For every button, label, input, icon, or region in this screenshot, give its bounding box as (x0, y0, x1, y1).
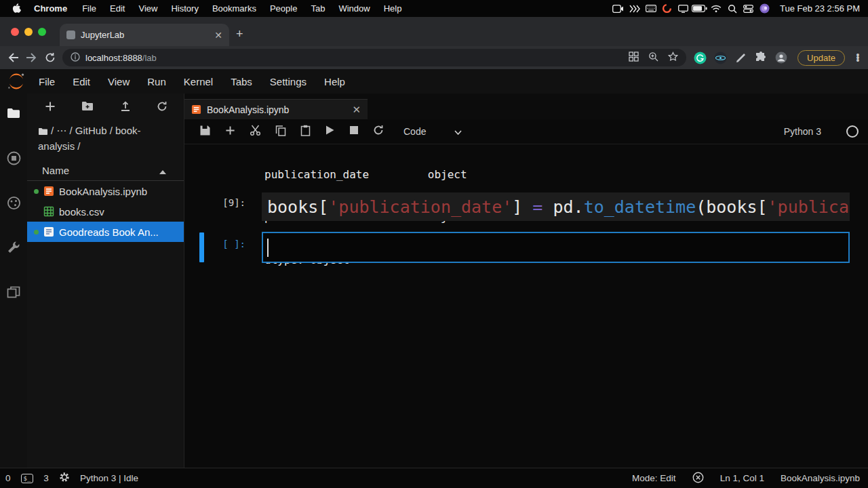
gear-icon[interactable] (59, 472, 70, 485)
jp-menu-kernel[interactable]: Kernel (175, 76, 222, 87)
screen-record-icon[interactable] (610, 3, 627, 15)
devtools-extension-icon[interactable] (713, 51, 727, 64)
jp-menu-tabs[interactable]: Tabs (222, 76, 261, 87)
file-item-bookanalysis[interactable]: BookAnalysis.ipynb (27, 181, 184, 201)
macos-menu-history[interactable]: History (164, 3, 205, 14)
shortcuts-icon[interactable] (627, 3, 643, 15)
notebook-tab[interactable]: BookAnalysis.ipynb ✕ (184, 99, 368, 119)
kernel-status-icon[interactable] (846, 125, 859, 138)
running-kernels-icon[interactable] (6, 150, 21, 165)
jp-menu-view[interactable]: View (99, 76, 138, 87)
text-cursor (267, 239, 269, 257)
jp-menu-settings[interactable]: Settings (261, 76, 315, 87)
tab-close-icon[interactable]: ✕ (214, 30, 222, 40)
extension-manager-wrench-icon[interactable] (6, 240, 21, 255)
jp-menu-run[interactable]: Run (138, 76, 175, 87)
jupyter-logo (7, 73, 26, 90)
new-launcher-icon[interactable] (45, 101, 56, 114)
copy-cells-icon[interactable] (275, 125, 286, 139)
macos-app-menu[interactable]: Chrome (24, 3, 75, 14)
back-icon[interactable] (7, 52, 19, 63)
macos-menu-edit[interactable]: Edit (103, 3, 132, 14)
kernel-status-text[interactable]: Python 3 | Idle (80, 473, 138, 483)
breadcrumb[interactable]: / ⋯ / GitHub / book-analysis / (27, 121, 184, 153)
site-info-icon[interactable] (71, 52, 80, 64)
active-empty-cell-input[interactable] (262, 232, 850, 263)
jp-menu-file[interactable]: File (30, 76, 64, 87)
terminals-count[interactable]: 0 (5, 473, 11, 483)
maximize-window-button[interactable] (38, 28, 46, 36)
file-list-header[interactable]: Name (27, 160, 184, 181)
file-item-goodreads-selected[interactable]: Goodreads Book An... (27, 222, 184, 242)
cut-cells-icon[interactable] (250, 125, 261, 139)
sort-caret-icon[interactable] (159, 165, 166, 176)
cursor-position[interactable]: Ln 1, Col 1 (720, 473, 764, 483)
code-cell-input[interactable]: books['publication_date'] = pd.to_dateti… (262, 192, 850, 221)
jp-menu-edit[interactable]: Edit (64, 76, 99, 87)
cell-type-value: Code (403, 126, 426, 137)
save-icon[interactable] (199, 125, 211, 139)
run-cell-icon[interactable] (325, 125, 335, 138)
macos-menu-window[interactable]: Window (332, 3, 376, 14)
siri-icon[interactable] (757, 3, 773, 15)
apple-menu-icon[interactable] (8, 3, 24, 15)
kernels-count[interactable]: 3 (43, 473, 49, 483)
browser-menu-icon[interactable]: ••• (854, 54, 861, 62)
minimize-window-button[interactable] (24, 28, 33, 36)
menubar-clock[interactable]: Tue Feb 23 2:56 PM (773, 3, 860, 14)
kernel-name-button[interactable]: Python 3 (784, 126, 821, 137)
notifications-icon[interactable] (692, 472, 704, 485)
restart-kernel-icon[interactable] (373, 125, 384, 138)
empty-execution-prompt: [ ]: (184, 232, 255, 249)
keyboard-icon[interactable] (643, 3, 659, 15)
profile-extension-icon[interactable] (774, 51, 788, 64)
macos-menu-people[interactable]: People (263, 3, 304, 14)
spotlight-search-icon[interactable] (724, 3, 741, 15)
pen-extension-icon[interactable] (734, 51, 747, 64)
forward-icon[interactable] (26, 52, 38, 63)
property-inspector-icon[interactable] (6, 195, 21, 210)
extensions-puzzle-icon[interactable] (754, 51, 768, 64)
home-folder-icon[interactable] (38, 125, 48, 139)
output-line: publication_date object (264, 167, 467, 182)
zoom-icon[interactable] (648, 52, 658, 64)
edit-mode-indicator[interactable]: Mode: Edit (632, 473, 676, 483)
notebook-tab-close-icon[interactable]: ✕ (352, 104, 361, 116)
notebook-content[interactable]: publication_date object publisher object… (184, 144, 868, 468)
macos-menu-tab[interactable]: Tab (304, 3, 332, 14)
cell-type-dropdown[interactable]: Code (403, 126, 462, 137)
refresh-file-list-icon[interactable] (157, 101, 167, 114)
macos-menu-help[interactable]: Help (377, 3, 409, 14)
stop-kernel-icon[interactable] (349, 125, 359, 138)
display-icon[interactable] (675, 3, 692, 15)
new-tab-button[interactable]: + (236, 28, 243, 40)
update-button[interactable]: Update (797, 50, 845, 66)
close-window-button[interactable] (11, 28, 19, 36)
control-center-icon[interactable] (741, 3, 757, 15)
file-browser-icon[interactable] (6, 106, 21, 121)
grid-icon[interactable] (629, 52, 639, 64)
url-path: /lab (142, 53, 157, 63)
refresh-icon[interactable] (45, 52, 56, 63)
grammarly-extension-icon[interactable] (693, 51, 707, 64)
macos-menu-file[interactable]: File (75, 3, 103, 14)
macos-menu-view[interactable]: View (132, 3, 164, 14)
jp-menu-help[interactable]: Help (315, 76, 354, 87)
bookmark-star-icon[interactable] (668, 52, 678, 64)
insert-cell-icon[interactable] (225, 125, 235, 138)
active-file-name[interactable]: BookAnalysis.ipynb (781, 473, 860, 483)
app-swirl-icon[interactable] (659, 3, 675, 15)
wifi-icon[interactable] (708, 3, 724, 15)
macos-menu-bookmarks[interactable]: Bookmarks (205, 3, 263, 14)
file-item-bookscsv[interactable]: books.csv (27, 201, 184, 222)
browser-tab-jupyterlab[interactable]: JupyterLab ✕ (60, 24, 229, 46)
tabs-panel-icon[interactable] (6, 285, 21, 300)
upload-icon[interactable] (120, 101, 131, 114)
code-token: pd. (553, 197, 583, 217)
new-folder-icon[interactable] (81, 101, 94, 113)
breadcrumb-text[interactable]: / ⋯ / GitHub / book-analysis / (38, 125, 141, 152)
address-bar[interactable]: localhost:8888/lab (62, 49, 686, 66)
terminal-icon: $_ (21, 474, 34, 483)
paste-cells-icon[interactable] (300, 125, 311, 139)
name-column-label[interactable]: Name (42, 165, 69, 176)
